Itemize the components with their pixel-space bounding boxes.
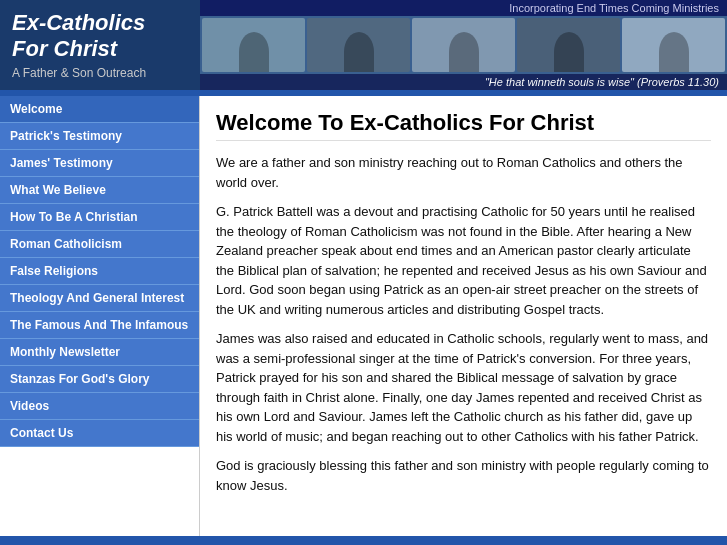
page-footer: © Ex-Catholics For Christ Contact Us: [0, 536, 727, 545]
logo-title-line1: Ex-Catholics: [12, 10, 188, 36]
sidebar-item-roman-catholicism[interactable]: Roman Catholicism: [0, 231, 199, 258]
sidebar-item-contact[interactable]: Contact Us: [0, 420, 199, 447]
logo-subtitle: A Father & Son Outreach: [12, 66, 188, 80]
intro-paragraph: We are a father and son ministry reachin…: [216, 153, 711, 192]
sidebar-item-videos[interactable]: Videos: [0, 393, 199, 420]
sidebar-item-stanzas[interactable]: Stanzas For God's Glory: [0, 366, 199, 393]
sidebar-item-welcome[interactable]: Welcome: [0, 96, 199, 123]
sidebar-item-what-we-believe[interactable]: What We Believe: [0, 177, 199, 204]
sidebar-nav: Welcome Patrick's Testimony James' Testi…: [0, 96, 200, 536]
main-layout: Welcome Patrick's Testimony James' Testi…: [0, 96, 727, 536]
header-top-banner: Incorporating End Times Coming Ministrie…: [200, 0, 727, 16]
james-paragraph: James was also raised and educated in Ca…: [216, 329, 711, 446]
header-photo-strip: Incorporating End Times Coming Ministrie…: [200, 0, 727, 90]
sidebar-item-james-testimony[interactable]: James' Testimony: [0, 150, 199, 177]
header-bottom-banner: "He that winneth souls is wise" (Proverb…: [200, 74, 727, 90]
page-title: Welcome To Ex-Catholics For Christ: [216, 110, 711, 141]
logo-title-line2: For Christ: [12, 36, 188, 62]
photo-3: [412, 18, 515, 72]
sidebar-item-patricks-testimony[interactable]: Patrick's Testimony: [0, 123, 199, 150]
main-content: Welcome To Ex-Catholics For Christ We ar…: [200, 96, 727, 536]
site-logo: Ex-Catholics For Christ A Father & Son O…: [0, 0, 200, 90]
photo-4: [517, 18, 620, 72]
sidebar-item-theology[interactable]: Theology And General Interest: [0, 285, 199, 312]
photo-1: [202, 18, 305, 72]
photo-5: [622, 18, 725, 72]
sidebar-item-how-to-be-christian[interactable]: How To Be A Christian: [0, 204, 199, 231]
sidebar-item-false-religions[interactable]: False Religions: [0, 258, 199, 285]
patrick-paragraph: G. Patrick Battell was a devout and prac…: [216, 202, 711, 319]
sidebar-item-famous-infamous[interactable]: The Famous And The Infamous: [0, 312, 199, 339]
photo-2: [307, 18, 410, 72]
closing-paragraph: God is graciously blessing this father a…: [216, 456, 711, 495]
page-header: Ex-Catholics For Christ A Father & Son O…: [0, 0, 727, 90]
sidebar-item-monthly-newsletter[interactable]: Monthly Newsletter: [0, 339, 199, 366]
